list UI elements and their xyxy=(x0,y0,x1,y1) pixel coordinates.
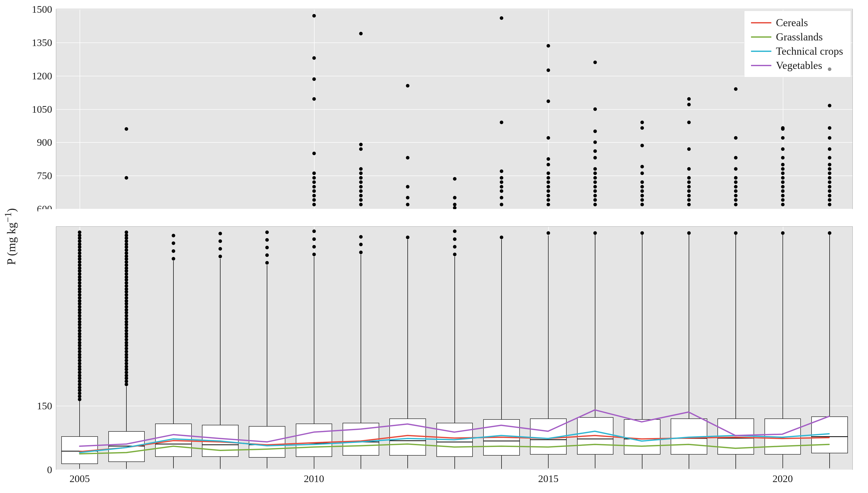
legend-swatch xyxy=(751,36,771,38)
ytick: 900 xyxy=(37,136,56,148)
ytick: 1050 xyxy=(32,103,56,115)
chart-page: P (mg kg−1) 6007509001050120013501500Cer… xyxy=(0,0,868,493)
ytick: 1500 xyxy=(32,3,56,15)
xtick: 2015 xyxy=(538,470,558,485)
legend-swatch xyxy=(751,65,771,66)
series-lines xyxy=(56,227,852,470)
legend: CerealsGrasslandsTechnical cropsVegetabl… xyxy=(744,11,851,77)
legend-item: Grasslands xyxy=(751,30,843,44)
series-cereals xyxy=(80,435,829,452)
xtick: 2020 xyxy=(773,470,793,485)
xtick: 2010 xyxy=(304,470,324,485)
legend-label: Vegetables xyxy=(776,59,822,71)
series-technical-crops xyxy=(80,431,829,453)
legend-item: Cereals xyxy=(751,16,843,30)
ytick: 1200 xyxy=(32,70,56,82)
ytick: 150 xyxy=(37,400,56,412)
legend-label: Cereals xyxy=(776,17,808,29)
ytick: 1350 xyxy=(32,36,56,48)
upper-panel: 6007509001050120013501500CerealsGrasslan… xyxy=(56,9,853,209)
legend-swatch xyxy=(751,22,771,23)
lower-panel: 01502005201020152020 xyxy=(56,227,853,470)
xtick: 2005 xyxy=(69,470,90,485)
axis-break xyxy=(38,209,853,226)
legend-swatch xyxy=(751,51,771,52)
legend-label: Technical crops xyxy=(776,45,843,57)
series-grasslands xyxy=(80,444,829,454)
ytick: 0 xyxy=(47,464,56,476)
y-axis-title: P (mg kg−1) xyxy=(2,208,18,265)
legend-label: Grasslands xyxy=(776,31,823,43)
legend-item: Technical crops xyxy=(751,44,843,58)
ytick: 750 xyxy=(37,170,56,181)
